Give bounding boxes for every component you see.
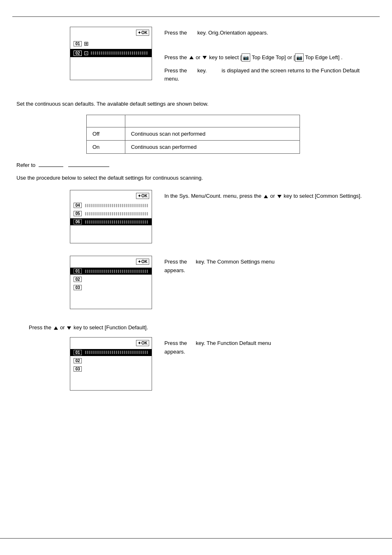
step2-appears: appears. [164,267,185,273]
triangle-up-icon-2 [264,195,268,198]
step4-num-03: 03 [74,366,82,372]
step-desc-2: Press the key. The Common Settings menu … [164,256,376,275]
step4-arrow-icon: ✦ [138,341,141,345]
table-header-2 [125,115,300,127]
step1-row-05: 05 [70,210,152,217]
intro-text: Set the continuous scan defaults. The av… [16,100,376,108]
triangle-up-icon-1 [189,56,194,59]
step2-ok-btn: ✦ OK [136,259,149,265]
step4-num-02: 02 [74,358,82,363]
top-rule [12,16,380,17]
screen-bar-2 [91,51,148,55]
step-row-4: ✦ OK 01 02 03 [16,337,376,391]
step1-row-06: 06 [70,218,152,225]
procedure-text: Use the procedure below to select the de… [16,174,376,182]
step-screen-2: ✦ OK 01 02 03 [70,256,152,309]
refer-blank-1 [39,166,63,167]
step2-arrow-icon: ✦ [138,259,141,264]
step1-bar-04 [85,204,148,207]
step1-bar-06 [85,220,148,224]
bottom-rule [0,538,392,539]
step4-bar-01 [85,351,148,354]
step2-num-02: 02 [74,277,82,282]
step2-ok-label: OK [141,259,148,264]
triangle-down-icon-1 [203,56,207,59]
section2: Set the continuous scan defaults. The av… [16,100,376,391]
press-desc-1: Press the key. Orig.Orientation appears. [164,29,376,37]
table-row: On Continuous scan performed [87,140,300,153]
camera-icon-2: ⊡ [84,50,89,56]
arrow-icon: ✦ [138,30,141,35]
step-desc-1: In the Sys. Menu/Count. menu, press the … [164,190,376,201]
section-top: ✦ OK 01 ⊞ 02 ⊡ Press the [16,27,376,88]
screen-num-01: 01 [74,41,82,46]
step2-row-03: 03 [70,284,152,291]
press-desc-2: Press the or key to select [📷 Top Edge T… [164,53,376,62]
step1-row-04: 04 [70,202,152,209]
triangle-down-icon-3 [67,326,71,330]
step-row-1: ✦ OK 04 05 06 [16,190,376,243]
step-row-3-text: Press the or key to select [Function Def… [29,321,376,332]
step4-ok-label: OK [141,341,148,345]
step4-row-01: 01 [70,349,152,356]
table-cell-on: On [87,140,125,153]
step2-num-01: 01 [74,268,82,274]
step-screen-1: ✦ OK 04 05 06 [70,190,152,243]
content-area: ✦ OK 01 ⊞ 02 ⊡ Press the [0,0,392,428]
step1-arrow-icon: ✦ [138,194,141,198]
screen-num-02: 02 [74,51,82,56]
step-row-2: ✦ OK 01 02 03 [16,256,376,309]
step2-bar-01 [85,270,148,273]
refer-blank-2 [68,166,109,167]
table-cell-off: Off [87,127,125,140]
ok-button-display: ✦ OK [136,30,149,36]
icon-top-edge-top: 📷 [242,53,250,62]
table-cell-on-desc: Continuous scan performed [125,140,300,153]
step4-press-text-a: Press the [164,340,187,346]
table-header-1 [87,115,125,127]
screen-row-2: 02 ⊡ [70,49,152,57]
step-screen-4: ✦ OK 01 02 03 [70,337,152,391]
step2-row-01: 01 [70,268,152,275]
screen-box-1: ✦ OK 01 ⊞ 02 ⊡ [70,27,152,80]
step1-num-04: 04 [74,203,82,208]
press-text-1: Press the [164,30,187,36]
step4-press-text-b: key. The Function Default menu [196,340,271,346]
page-container: ✦ OK 01 ⊞ 02 ⊡ Press the [0,0,392,555]
step1-ok-label: OK [141,194,148,198]
step4-appears: appears. [164,349,185,355]
step-desc-4: Press the key. The Function Default menu… [164,337,376,356]
step1-ok-btn: ✦ OK [136,193,149,199]
step2-row-02: 02 [70,276,152,283]
table-row: Off Continuous scan not performed [87,127,300,140]
table-cell-off-desc: Continuous scan not performed [125,127,300,140]
step4-row-02: 02 [70,357,152,364]
triangle-down-icon-2 [277,195,281,198]
step4-num-01: 01 [74,350,82,355]
step2-press-text-b: key. The Common Settings menu [196,259,275,265]
camera-icon-1: ⊞ [84,40,89,47]
step1-num-06: 06 [74,219,82,224]
icon-top-edge-left: 📷 [295,53,304,62]
desc-area-1: Press the key. Orig.Orientation appears.… [164,27,376,88]
step4-row-03: 03 [70,365,152,372]
press-desc-3: Press the key. is displayed and the scre… [164,67,376,83]
refer-prefix: Refer to [16,162,35,168]
step4-ok-btn: ✦ OK [136,340,149,346]
step2-press-text-a: Press the [164,259,187,265]
step1-bar-05 [85,212,148,215]
ok-label: OK [141,30,148,35]
refer-line: Refer to [16,162,376,168]
settings-table: Off Continuous scan not performed On Con… [86,115,300,154]
triangle-up-icon-3 [54,326,58,330]
step1-num-05: 05 [74,211,82,216]
press-text-2: key. Orig.Orientation appears. [197,30,268,36]
screen-row-1: 01 ⊞ [70,39,152,48]
step2-num-03: 03 [74,285,82,290]
step-desc-3: Press the or key to select [Function Def… [29,321,376,332]
